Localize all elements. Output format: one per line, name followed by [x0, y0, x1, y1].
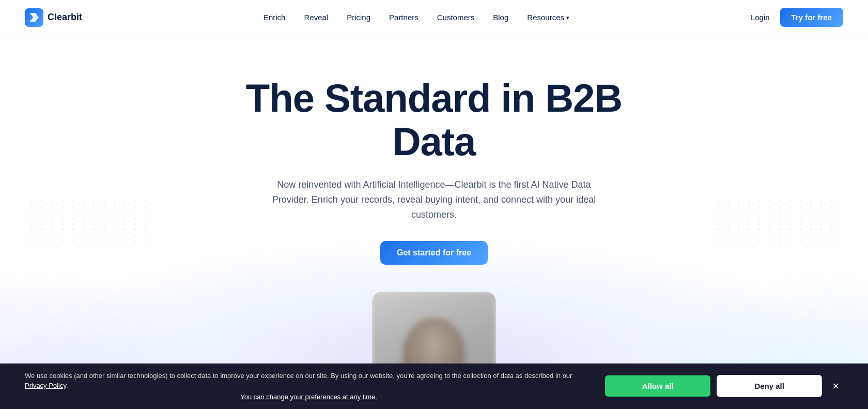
hero-title: The Standard in B2B Data: [202, 77, 667, 163]
get-started-button[interactable]: Get started for free: [380, 241, 488, 265]
hero-subtitle: Now reinvented with Artificial Intellige…: [258, 177, 610, 222]
nav-link-blog[interactable]: Blog: [493, 13, 508, 22]
nav-link-reveal[interactable]: Reveal: [304, 13, 328, 22]
cookie-text: We use cookies (and other similar techno…: [25, 371, 593, 402]
logo-link[interactable]: Clearbit: [25, 8, 82, 27]
hero-section: for(let i=0;i<96;i++) document.write('<d…: [0, 35, 868, 409]
logo-icon: [25, 8, 43, 27]
dots-left-decoration: for(let i=0;i<96;i++) document.write('<d…: [31, 201, 151, 242]
deny-all-button[interactable]: Deny all: [717, 375, 822, 397]
nav-link-customers[interactable]: Customers: [437, 13, 475, 22]
dots-right-decoration: for(let i=0;i<96;i++) document.write('<d…: [717, 201, 837, 242]
cookie-actions: Allow all Deny all ×: [605, 375, 843, 397]
cookie-close-button[interactable]: ×: [828, 377, 843, 395]
navbar: Clearbit Enrich Reveal Pricing Partners …: [0, 0, 868, 35]
logo-text: Clearbit: [48, 12, 82, 23]
cookie-message: We use cookies (and other similar techno…: [25, 372, 572, 390]
nav-link-resources[interactable]: Resources ▾: [527, 13, 569, 22]
allow-all-button[interactable]: Allow all: [605, 375, 710, 397]
change-preferences-link[interactable]: You can change your preferences at any t…: [25, 392, 593, 402]
nav-link-enrich[interactable]: Enrich: [264, 13, 286, 22]
login-link[interactable]: Login: [751, 13, 770, 22]
nav-links: Enrich Reveal Pricing Partners Customers…: [264, 13, 569, 22]
chevron-down-icon: ▾: [566, 14, 569, 21]
try-for-free-button[interactable]: Try for free: [780, 8, 843, 27]
cookie-banner: We use cookies (and other similar techno…: [0, 363, 868, 410]
privacy-policy-link[interactable]: Privacy Policy: [25, 382, 66, 389]
nav-actions: Login Try for free: [751, 8, 843, 27]
nav-link-pricing[interactable]: Pricing: [347, 13, 370, 22]
nav-link-partners[interactable]: Partners: [389, 13, 419, 22]
